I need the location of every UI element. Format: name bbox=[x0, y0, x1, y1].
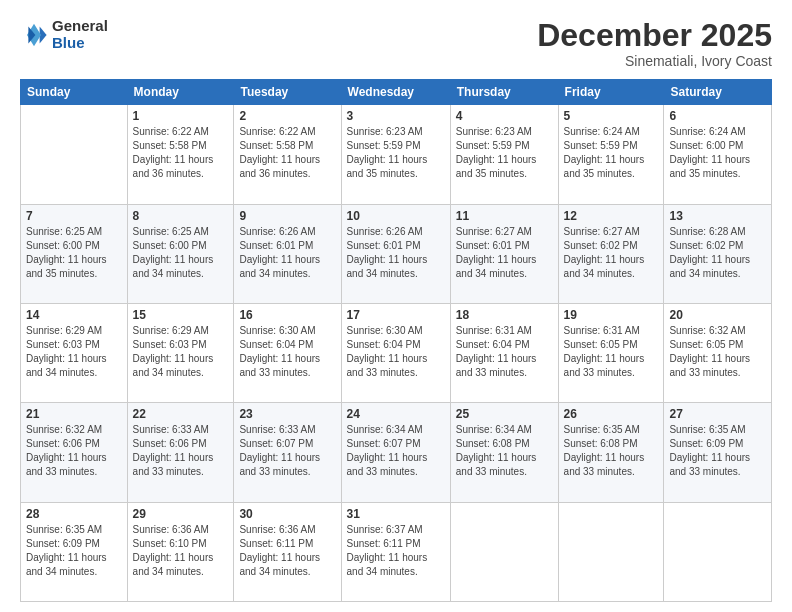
cell-date: 22 bbox=[133, 407, 229, 421]
cell-info: Sunrise: 6:22 AM Sunset: 5:58 PM Dayligh… bbox=[133, 125, 229, 181]
calendar-cell: 9Sunrise: 6:26 AM Sunset: 6:01 PM Daylig… bbox=[234, 204, 341, 303]
cell-info: Sunrise: 6:35 AM Sunset: 6:09 PM Dayligh… bbox=[26, 523, 122, 579]
calendar-cell: 11Sunrise: 6:27 AM Sunset: 6:01 PM Dayli… bbox=[450, 204, 558, 303]
cell-date: 2 bbox=[239, 109, 335, 123]
cell-date: 11 bbox=[456, 209, 553, 223]
cell-date: 24 bbox=[347, 407, 445, 421]
calendar-cell: 14Sunrise: 6:29 AM Sunset: 6:03 PM Dayli… bbox=[21, 303, 128, 402]
cell-info: Sunrise: 6:25 AM Sunset: 6:00 PM Dayligh… bbox=[26, 225, 122, 281]
cell-info: Sunrise: 6:32 AM Sunset: 6:05 PM Dayligh… bbox=[669, 324, 766, 380]
cell-info: Sunrise: 6:34 AM Sunset: 6:07 PM Dayligh… bbox=[347, 423, 445, 479]
calendar-cell: 19Sunrise: 6:31 AM Sunset: 6:05 PM Dayli… bbox=[558, 303, 664, 402]
calendar-cell: 16Sunrise: 6:30 AM Sunset: 6:04 PM Dayli… bbox=[234, 303, 341, 402]
cell-info: Sunrise: 6:30 AM Sunset: 6:04 PM Dayligh… bbox=[239, 324, 335, 380]
calendar-cell: 27Sunrise: 6:35 AM Sunset: 6:09 PM Dayli… bbox=[664, 403, 772, 502]
header: General Blue December 2025 Sinematiali, … bbox=[20, 18, 772, 69]
cell-date: 25 bbox=[456, 407, 553, 421]
calendar-cell bbox=[21, 105, 128, 204]
cell-info: Sunrise: 6:37 AM Sunset: 6:11 PM Dayligh… bbox=[347, 523, 445, 579]
cell-info: Sunrise: 6:32 AM Sunset: 6:06 PM Dayligh… bbox=[26, 423, 122, 479]
week-row-1: 1Sunrise: 6:22 AM Sunset: 5:58 PM Daylig… bbox=[21, 105, 772, 204]
cell-date: 29 bbox=[133, 507, 229, 521]
cell-info: Sunrise: 6:30 AM Sunset: 6:04 PM Dayligh… bbox=[347, 324, 445, 380]
cell-date: 1 bbox=[133, 109, 229, 123]
cell-info: Sunrise: 6:34 AM Sunset: 6:08 PM Dayligh… bbox=[456, 423, 553, 479]
week-row-3: 14Sunrise: 6:29 AM Sunset: 6:03 PM Dayli… bbox=[21, 303, 772, 402]
column-header-sunday: Sunday bbox=[21, 80, 128, 105]
cell-date: 13 bbox=[669, 209, 766, 223]
page: General Blue December 2025 Sinematiali, … bbox=[0, 0, 792, 612]
cell-date: 14 bbox=[26, 308, 122, 322]
calendar-cell: 4Sunrise: 6:23 AM Sunset: 5:59 PM Daylig… bbox=[450, 105, 558, 204]
cell-date: 26 bbox=[564, 407, 659, 421]
calendar-table: SundayMondayTuesdayWednesdayThursdayFrid… bbox=[20, 79, 772, 602]
calendar-cell: 18Sunrise: 6:31 AM Sunset: 6:04 PM Dayli… bbox=[450, 303, 558, 402]
logo: General Blue bbox=[20, 18, 108, 51]
calendar-cell: 20Sunrise: 6:32 AM Sunset: 6:05 PM Dayli… bbox=[664, 303, 772, 402]
cell-date: 9 bbox=[239, 209, 335, 223]
calendar-cell: 25Sunrise: 6:34 AM Sunset: 6:08 PM Dayli… bbox=[450, 403, 558, 502]
cell-info: Sunrise: 6:36 AM Sunset: 6:11 PM Dayligh… bbox=[239, 523, 335, 579]
cell-date: 8 bbox=[133, 209, 229, 223]
cell-info: Sunrise: 6:33 AM Sunset: 6:06 PM Dayligh… bbox=[133, 423, 229, 479]
cell-info: Sunrise: 6:26 AM Sunset: 6:01 PM Dayligh… bbox=[239, 225, 335, 281]
cell-info: Sunrise: 6:29 AM Sunset: 6:03 PM Dayligh… bbox=[26, 324, 122, 380]
column-header-wednesday: Wednesday bbox=[341, 80, 450, 105]
cell-date: 12 bbox=[564, 209, 659, 223]
calendar-cell: 29Sunrise: 6:36 AM Sunset: 6:10 PM Dayli… bbox=[127, 502, 234, 601]
cell-date: 30 bbox=[239, 507, 335, 521]
calendar-cell bbox=[450, 502, 558, 601]
calendar-cell: 24Sunrise: 6:34 AM Sunset: 6:07 PM Dayli… bbox=[341, 403, 450, 502]
cell-date: 17 bbox=[347, 308, 445, 322]
cell-info: Sunrise: 6:33 AM Sunset: 6:07 PM Dayligh… bbox=[239, 423, 335, 479]
cell-info: Sunrise: 6:25 AM Sunset: 6:00 PM Dayligh… bbox=[133, 225, 229, 281]
subtitle: Sinematiali, Ivory Coast bbox=[537, 53, 772, 69]
cell-info: Sunrise: 6:28 AM Sunset: 6:02 PM Dayligh… bbox=[669, 225, 766, 281]
calendar-cell: 26Sunrise: 6:35 AM Sunset: 6:08 PM Dayli… bbox=[558, 403, 664, 502]
logo-icon bbox=[20, 21, 48, 49]
calendar-cell: 13Sunrise: 6:28 AM Sunset: 6:02 PM Dayli… bbox=[664, 204, 772, 303]
calendar-cell: 31Sunrise: 6:37 AM Sunset: 6:11 PM Dayli… bbox=[341, 502, 450, 601]
cell-date: 6 bbox=[669, 109, 766, 123]
calendar-cell: 3Sunrise: 6:23 AM Sunset: 5:59 PM Daylig… bbox=[341, 105, 450, 204]
cell-info: Sunrise: 6:31 AM Sunset: 6:04 PM Dayligh… bbox=[456, 324, 553, 380]
calendar-cell: 1Sunrise: 6:22 AM Sunset: 5:58 PM Daylig… bbox=[127, 105, 234, 204]
cell-date: 15 bbox=[133, 308, 229, 322]
cell-date: 3 bbox=[347, 109, 445, 123]
cell-date: 4 bbox=[456, 109, 553, 123]
week-row-2: 7Sunrise: 6:25 AM Sunset: 6:00 PM Daylig… bbox=[21, 204, 772, 303]
cell-date: 10 bbox=[347, 209, 445, 223]
column-header-saturday: Saturday bbox=[664, 80, 772, 105]
cell-date: 23 bbox=[239, 407, 335, 421]
cell-date: 19 bbox=[564, 308, 659, 322]
calendar-cell: 17Sunrise: 6:30 AM Sunset: 6:04 PM Dayli… bbox=[341, 303, 450, 402]
calendar-cell: 21Sunrise: 6:32 AM Sunset: 6:06 PM Dayli… bbox=[21, 403, 128, 502]
column-header-friday: Friday bbox=[558, 80, 664, 105]
calendar-cell: 23Sunrise: 6:33 AM Sunset: 6:07 PM Dayli… bbox=[234, 403, 341, 502]
cell-info: Sunrise: 6:35 AM Sunset: 6:08 PM Dayligh… bbox=[564, 423, 659, 479]
calendar-cell bbox=[558, 502, 664, 601]
cell-info: Sunrise: 6:35 AM Sunset: 6:09 PM Dayligh… bbox=[669, 423, 766, 479]
calendar-cell: 6Sunrise: 6:24 AM Sunset: 6:00 PM Daylig… bbox=[664, 105, 772, 204]
calendar-cell: 5Sunrise: 6:24 AM Sunset: 5:59 PM Daylig… bbox=[558, 105, 664, 204]
cell-date: 16 bbox=[239, 308, 335, 322]
column-header-tuesday: Tuesday bbox=[234, 80, 341, 105]
cell-date: 20 bbox=[669, 308, 766, 322]
cell-date: 27 bbox=[669, 407, 766, 421]
cell-info: Sunrise: 6:29 AM Sunset: 6:03 PM Dayligh… bbox=[133, 324, 229, 380]
logo-text: General Blue bbox=[52, 18, 108, 51]
calendar-cell: 2Sunrise: 6:22 AM Sunset: 5:58 PM Daylig… bbox=[234, 105, 341, 204]
calendar-cell: 8Sunrise: 6:25 AM Sunset: 6:00 PM Daylig… bbox=[127, 204, 234, 303]
cell-info: Sunrise: 6:23 AM Sunset: 5:59 PM Dayligh… bbox=[456, 125, 553, 181]
week-row-4: 21Sunrise: 6:32 AM Sunset: 6:06 PM Dayli… bbox=[21, 403, 772, 502]
calendar-cell: 30Sunrise: 6:36 AM Sunset: 6:11 PM Dayli… bbox=[234, 502, 341, 601]
calendar-cell bbox=[664, 502, 772, 601]
cell-info: Sunrise: 6:22 AM Sunset: 5:58 PM Dayligh… bbox=[239, 125, 335, 181]
calendar-cell: 10Sunrise: 6:26 AM Sunset: 6:01 PM Dayli… bbox=[341, 204, 450, 303]
week-row-5: 28Sunrise: 6:35 AM Sunset: 6:09 PM Dayli… bbox=[21, 502, 772, 601]
cell-info: Sunrise: 6:24 AM Sunset: 5:59 PM Dayligh… bbox=[564, 125, 659, 181]
calendar-cell: 7Sunrise: 6:25 AM Sunset: 6:00 PM Daylig… bbox=[21, 204, 128, 303]
cell-info: Sunrise: 6:27 AM Sunset: 6:02 PM Dayligh… bbox=[564, 225, 659, 281]
cell-info: Sunrise: 6:31 AM Sunset: 6:05 PM Dayligh… bbox=[564, 324, 659, 380]
cell-info: Sunrise: 6:23 AM Sunset: 5:59 PM Dayligh… bbox=[347, 125, 445, 181]
